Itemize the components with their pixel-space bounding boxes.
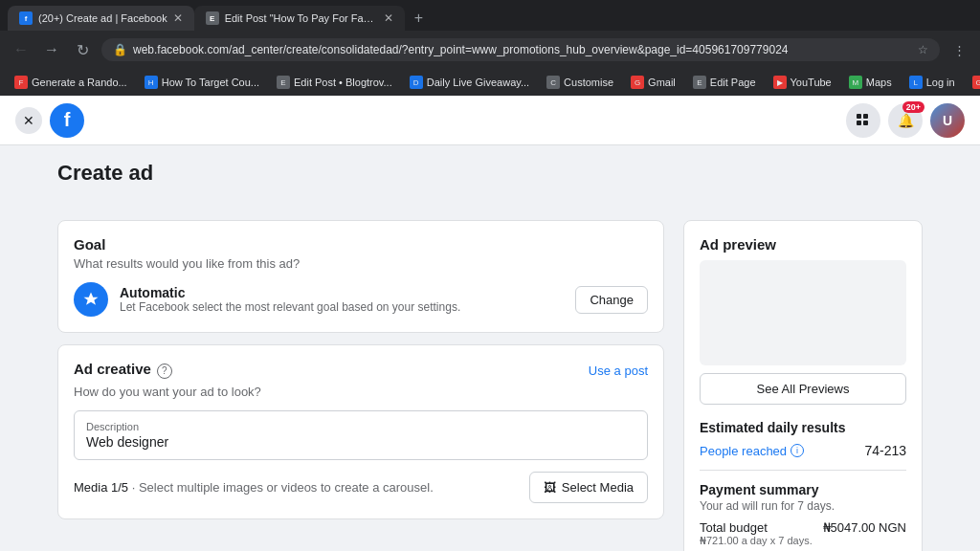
- automatic-icon: [82, 291, 100, 308]
- left-panel: Goal What results would you like from th…: [57, 220, 664, 551]
- page-title: Create ad: [57, 161, 923, 186]
- back-button[interactable]: ←: [10, 38, 33, 61]
- svg-rect-2: [857, 121, 861, 125]
- goal-description: Let Facebook select the most relevant go…: [120, 300, 564, 314]
- tab-editpost[interactable]: E Edit Post "How To Pay For Facebo... ✕: [194, 6, 405, 31]
- ad-creative-title-row: Ad creative ?: [74, 361, 172, 381]
- tab-close-editpost[interactable]: ✕: [384, 11, 393, 25]
- bookmark-label-daily: Daily Live Giveaway...: [427, 77, 529, 88]
- goal-text: Automatic Let Facebook select the most r…: [120, 285, 564, 314]
- tab-facebook[interactable]: f (20+) Create ad | Facebook ✕: [8, 6, 194, 31]
- ad-preview-box: [700, 260, 906, 365]
- page-title-wrapper: Create ad: [0, 145, 980, 186]
- ad-creative-card: Ad creative ? Use a post How do you want…: [57, 344, 664, 519]
- description-field[interactable]: Description Web designer: [74, 410, 648, 460]
- notification-badge: 20+: [902, 101, 924, 113]
- main-content: Goal What results would you like from th…: [0, 201, 980, 551]
- address-bar-icons: ☆: [918, 43, 928, 56]
- bookmark-youtube1[interactable]: ▶ YouTube: [767, 73, 838, 92]
- bookmark-customise[interactable]: C Customise: [540, 73, 620, 92]
- tab-bar: f (20+) Create ad | Facebook ✕ E Edit Po…: [0, 0, 980, 31]
- user-avatar[interactable]: U: [930, 103, 965, 138]
- bookmark-icon-gmail1: G: [631, 76, 644, 89]
- fb-logo: f: [50, 103, 84, 138]
- bookmark-icon-daily: D: [410, 76, 423, 89]
- total-budget-amount: ₦5047.00 NGN: [823, 520, 907, 535]
- people-reached-label: People reached i: [700, 444, 804, 458]
- right-panel: Ad preview See All Previews Estimated da…: [683, 220, 923, 551]
- people-reached-row: People reached i 74-213: [700, 443, 906, 458]
- change-goal-button[interactable]: Change: [575, 286, 648, 314]
- bookmark-daily[interactable]: D Daily Live Giveaway...: [403, 73, 536, 92]
- new-tab-button[interactable]: +: [411, 6, 427, 31]
- bookmark-generate[interactable]: F Generate a Rando...: [8, 73, 134, 92]
- goal-card: Goal What results would you like from th…: [57, 220, 664, 333]
- media-row: Media 1/5 · Select multiple images or vi…: [74, 472, 648, 503]
- grid-icon: [856, 113, 871, 128]
- bookmark-icon-target: H: [145, 76, 158, 89]
- bookmark-icon-editpost: E: [277, 76, 290, 89]
- description-value: Web designer: [86, 434, 635, 450]
- address-text: web.facebook.com/ad_center/create/consol…: [133, 43, 912, 56]
- bookmark-label-login: Log in: [926, 77, 955, 88]
- total-budget-left: Total budget ₦721.00 a day x 7 days.: [700, 520, 813, 547]
- people-reached-info-icon[interactable]: i: [791, 444, 804, 457]
- description-label: Description: [86, 421, 635, 432]
- goal-icon: [74, 282, 108, 317]
- select-media-button[interactable]: 🖼 Select Media: [529, 472, 648, 503]
- fb-header: ✕ f 🔔 20+ U: [0, 96, 980, 145]
- bookmark-maps[interactable]: M Maps: [842, 73, 899, 92]
- svg-rect-3: [863, 121, 868, 125]
- payment-divider: [700, 470, 906, 471]
- bookmark-gmail1[interactable]: G Gmail: [624, 73, 682, 92]
- goal-name: Automatic: [120, 285, 564, 300]
- fb-header-right: 🔔 20+ U: [846, 103, 965, 138]
- bookmark-icon-generate: F: [14, 76, 28, 89]
- payment-summary-section: Payment summary Your ad will run for 7 d…: [700, 482, 906, 547]
- bookmark-label-youtube1: YouTube: [791, 77, 832, 88]
- payment-summary-title: Payment summary: [700, 482, 906, 497]
- image-icon: 🖼: [544, 480, 556, 495]
- goal-row: Automatic Let Facebook select the most r…: [74, 282, 648, 317]
- bookmark-icon-editpage: E: [693, 76, 706, 89]
- bookmark-icon-youtube1: ▶: [773, 76, 787, 89]
- bookmark-editpage[interactable]: E Edit Page: [686, 73, 763, 92]
- bookmark-label-generate: Generate a Rando...: [32, 77, 127, 88]
- bookmark-icon-gmail2: G: [972, 76, 980, 89]
- close-button[interactable]: ✕: [15, 107, 42, 134]
- nav-bar: ← → ↻ 🔒 web.facebook.com/ad_center/creat…: [0, 31, 980, 69]
- bell-icon: 🔔: [898, 113, 914, 128]
- bookmark-gmail2[interactable]: G Gmail: [966, 73, 980, 92]
- tab-favicon-editpost: E: [206, 11, 219, 25]
- total-budget-row: Total budget ₦721.00 a day x 7 days. ₦50…: [700, 520, 906, 547]
- extensions-button[interactable]: ⋮: [947, 38, 970, 61]
- address-bar[interactable]: 🔒 web.facebook.com/ad_center/create/cons…: [101, 38, 940, 61]
- bookmark-label-maps: Maps: [866, 77, 892, 88]
- bookmark-label-editpage: Edit Page: [710, 77, 756, 88]
- ad-creative-header: Ad creative ? Use a post: [74, 361, 648, 381]
- use-post-link[interactable]: Use a post: [589, 364, 648, 378]
- help-icon[interactable]: ?: [157, 364, 172, 379]
- ad-creative-subtitle: How do you want your ad to look?: [74, 385, 648, 399]
- budget-breakdown: ₦721.00 a day x 7 days.: [700, 535, 813, 547]
- forward-button[interactable]: →: [40, 38, 63, 61]
- see-all-previews-button[interactable]: See All Previews: [700, 373, 906, 405]
- notifications-button[interactable]: 🔔 20+: [888, 103, 923, 138]
- svg-rect-0: [857, 114, 861, 119]
- star-icon[interactable]: ☆: [918, 43, 928, 56]
- browser-chrome: f (20+) Create ad | Facebook ✕ E Edit Po…: [0, 0, 980, 96]
- bookmark-label-target: How To Target Cou...: [162, 77, 259, 88]
- tab-title-facebook: (20+) Create ad | Facebook: [38, 12, 167, 24]
- bookmark-label-editpost: Edit Post • Blogtrov...: [294, 77, 392, 88]
- bookmark-target[interactable]: H How To Target Cou...: [138, 73, 266, 92]
- bookmark-editpost[interactable]: E Edit Post • Blogtrov...: [270, 73, 399, 92]
- bookmark-login[interactable]: L Log in: [902, 73, 962, 92]
- tab-close-facebook[interactable]: ✕: [173, 11, 183, 25]
- goal-section-title: Goal: [74, 236, 648, 253]
- bookmark-icon-login: L: [909, 76, 923, 89]
- grid-menu-button[interactable]: [846, 103, 880, 138]
- bookmark-label-customise: Customise: [564, 77, 613, 88]
- people-reached-value: 74-213: [864, 443, 906, 458]
- bookmark-label-gmail1: Gmail: [648, 77, 676, 88]
- reload-button[interactable]: ↻: [71, 38, 94, 61]
